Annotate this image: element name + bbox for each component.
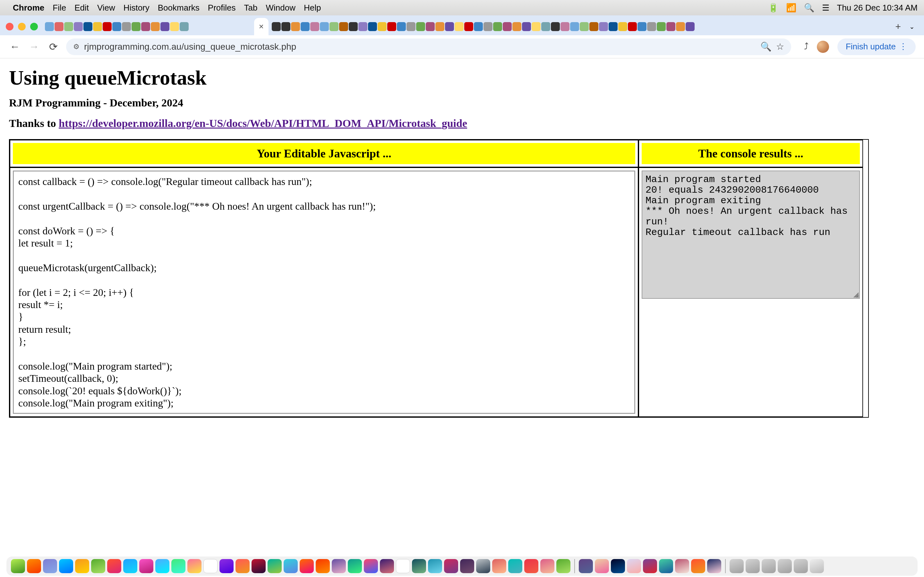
pinned-tab[interactable]	[455, 22, 464, 31]
pinned-tab[interactable]	[647, 22, 656, 31]
pinned-tab[interactable]	[83, 22, 92, 31]
pinned-tab[interactable]	[170, 22, 179, 31]
forward-button[interactable]: →	[27, 41, 40, 53]
reload-button[interactable]: ⟳	[47, 41, 60, 53]
pinned-tab[interactable]	[300, 22, 310, 31]
bookmark-star-icon[interactable]: ☆	[776, 41, 784, 52]
pinned-tab[interactable]	[609, 22, 618, 31]
active-app-name[interactable]: Chrome	[13, 3, 44, 13]
site-info-icon[interactable]: ⚙	[73, 43, 79, 51]
control-center-icon[interactable]: ☰	[822, 3, 829, 13]
pinned-tab[interactable]	[551, 22, 560, 31]
pinned-tab[interactable]	[657, 22, 666, 31]
dock-folder[interactable]	[762, 559, 776, 573]
new-tab-button[interactable]: +	[895, 21, 901, 32]
dock-app[interactable]	[380, 559, 394, 573]
pinned-tab[interactable]	[55, 22, 63, 31]
spotlight-icon[interactable]: 🔍	[804, 3, 814, 13]
dock-app[interactable]	[540, 559, 554, 573]
pinned-tab[interactable]	[493, 22, 502, 31]
pinned-tab[interactable]	[686, 22, 695, 31]
pinned-tab[interactable]	[291, 22, 300, 31]
menu-file[interactable]: File	[53, 3, 66, 13]
dock-app[interactable]	[139, 559, 153, 573]
pinned-tab[interactable]	[426, 22, 435, 31]
dock-app[interactable]	[91, 559, 105, 573]
dock-app[interactable]	[268, 559, 282, 573]
pinned-tab[interactable]	[359, 22, 367, 31]
pinned-tab[interactable]	[599, 22, 608, 31]
dock-folder[interactable]	[746, 559, 760, 573]
thanks-link[interactable]: https://developer.mozilla.org/en-US/docs…	[59, 117, 467, 129]
pinned-tab[interactable]	[132, 22, 141, 31]
close-tab-icon[interactable]: ✕	[258, 23, 264, 31]
battery-icon[interactable]: 🔋	[768, 3, 779, 13]
pinned-tab[interactable]	[320, 22, 329, 31]
pinned-tab[interactable]	[464, 22, 473, 31]
pinned-tab[interactable]	[628, 22, 637, 31]
dock-app[interactable]	[236, 559, 250, 573]
address-bar[interactable]: ⚙ rjmprogramming.com.au/using_queue_micr…	[66, 39, 791, 55]
dock-app[interactable]	[155, 559, 170, 573]
menu-edit[interactable]: Edit	[74, 3, 89, 13]
maximize-window-button[interactable]	[30, 23, 38, 31]
pinned-tab[interactable]	[531, 22, 541, 31]
dock-app[interactable]	[59, 559, 73, 573]
dock-app[interactable]	[284, 559, 298, 573]
dock-app[interactable]	[556, 559, 570, 573]
finish-update-button[interactable]: Finish update ⋮	[837, 39, 916, 55]
pinned-tab[interactable]	[474, 22, 483, 31]
pinned-tab[interactable]	[272, 22, 281, 31]
share-icon[interactable]: ⤴	[804, 42, 809, 52]
menu-window[interactable]: Window	[266, 3, 295, 13]
pinned-tab[interactable]	[503, 22, 512, 31]
pinned-tab[interactable]	[368, 22, 377, 31]
pinned-tab[interactable]	[561, 22, 569, 31]
dock-app[interactable]	[75, 559, 89, 573]
dock-app[interactable]	[252, 559, 266, 573]
pinned-tab[interactable]	[160, 22, 170, 31]
dock-folder[interactable]	[794, 559, 808, 573]
profile-avatar[interactable]	[817, 41, 829, 53]
pinned-tab[interactable]	[590, 22, 598, 31]
pinned-tab[interactable]	[387, 22, 396, 31]
pinned-tab[interactable]	[445, 22, 454, 31]
close-window-button[interactable]	[6, 23, 13, 31]
pinned-tab[interactable]	[122, 22, 131, 31]
dock-app[interactable]	[300, 559, 314, 573]
back-button[interactable]: ←	[8, 41, 21, 53]
dock-app[interactable]	[627, 559, 641, 573]
pinned-tab[interactable]	[103, 22, 111, 31]
pinned-tab[interactable]	[281, 22, 290, 31]
editable-js-area[interactable]: const callback = () => console.log("Regu…	[13, 171, 635, 414]
pinned-tab[interactable]	[310, 22, 319, 31]
pinned-tab[interactable]	[570, 22, 579, 31]
dock-app[interactable]	[691, 559, 705, 573]
pinned-tab[interactable]	[580, 22, 589, 31]
dock-app[interactable]	[476, 559, 490, 573]
pinned-tab[interactable]	[541, 22, 550, 31]
dock-app[interactable]	[643, 559, 657, 573]
pinned-tab[interactable]	[141, 22, 150, 31]
pinned-tab[interactable]	[45, 22, 54, 31]
pinned-tab[interactable]	[349, 22, 358, 31]
pinned-tab[interactable]	[522, 22, 531, 31]
dock-app[interactable]	[579, 559, 593, 573]
dock-app[interactable]	[123, 559, 137, 573]
tab-list-dropdown[interactable]: ⌄	[905, 20, 918, 33]
dock-app[interactable]	[428, 559, 442, 573]
dock-app[interactable]	[316, 559, 330, 573]
dock-app[interactable]	[460, 559, 474, 573]
pinned-tab[interactable]	[483, 22, 493, 31]
menu-bookmarks[interactable]: Bookmarks	[158, 3, 200, 13]
pinned-tab[interactable]	[74, 22, 83, 31]
pinned-tab[interactable]	[64, 22, 73, 31]
dock-folder[interactable]	[778, 559, 792, 573]
dock-app[interactable]	[595, 559, 609, 573]
dock-app[interactable]	[27, 559, 41, 573]
dock-app[interactable]	[508, 559, 522, 573]
pinned-tab[interactable]	[666, 22, 675, 31]
minimize-window-button[interactable]	[18, 23, 26, 31]
dock-app[interactable]	[187, 559, 202, 573]
dock-app[interactable]	[444, 559, 458, 573]
